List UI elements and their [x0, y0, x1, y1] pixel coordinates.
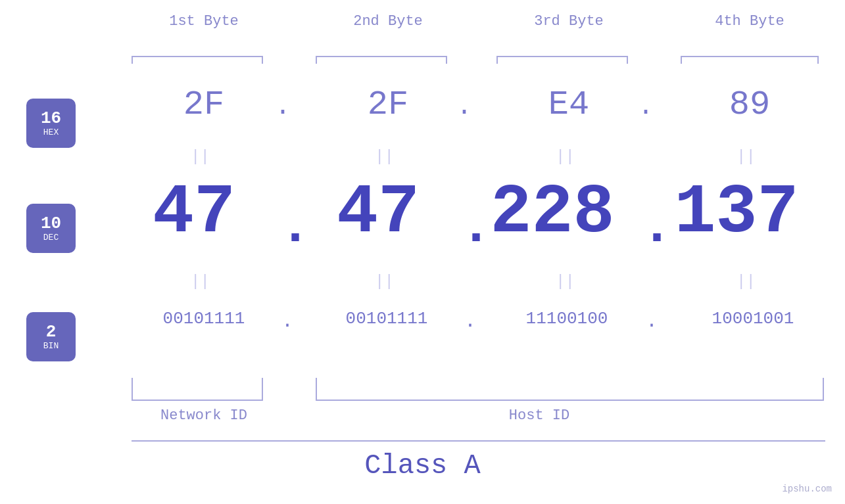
bracket-top-3-right-tick — [627, 56, 628, 64]
dot-dec-3: . — [641, 197, 673, 257]
byte3-header: 3rd Byte — [503, 13, 635, 30]
byte1-header: 1st Byte — [138, 13, 270, 30]
class-bracket — [132, 440, 825, 442]
hex-badge-number: 16 — [41, 109, 61, 128]
byte2-header: 2nd Byte — [322, 13, 454, 30]
bracket-top-4 — [681, 56, 819, 57]
dot-bin-1: . — [281, 310, 293, 332]
byte3-bin: 11100100 — [495, 309, 639, 329]
bracket-host-bottom — [316, 388, 824, 401]
bracket-top-1-left-tick — [132, 56, 133, 64]
bracket-top-4-left-tick — [681, 56, 682, 64]
byte3-hex: E4 — [503, 85, 635, 124]
watermark: ipshu.com — [782, 484, 832, 494]
bracket-top-1 — [132, 56, 263, 57]
byte4-dec: 137 — [651, 174, 822, 252]
dec-badge-label: DEC — [43, 233, 59, 242]
bracket-top-4-right-tick — [817, 56, 819, 64]
eq6: || — [375, 273, 394, 290]
eq7: || — [556, 273, 575, 290]
byte3-dec: 228 — [467, 174, 638, 252]
dot-dec-1: . — [279, 197, 311, 257]
host-id-label: Host ID — [408, 407, 671, 424]
dot-bin-2: . — [464, 310, 476, 332]
eq4: || — [736, 148, 756, 166]
bracket-net-bottom — [132, 388, 263, 401]
bracket-top-3 — [496, 56, 628, 57]
byte2-dec: 47 — [296, 174, 460, 252]
dot-hex-1: . — [275, 92, 291, 122]
dot-bin-3: . — [646, 310, 658, 332]
byte2-hex: 2F — [322, 85, 454, 124]
eq8: || — [736, 273, 756, 290]
dec-badge: 10 DEC — [26, 204, 76, 253]
bin-badge-label: BIN — [43, 341, 59, 351]
main-container: 1st Byte 2nd Byte 3rd Byte 4th Byte 16 H… — [0, 0, 845, 504]
bin-badge: 2 BIN — [26, 312, 76, 361]
byte4-bin: 10001001 — [677, 309, 829, 329]
dot-dec-2: . — [460, 197, 492, 257]
dot-hex-2: . — [456, 92, 472, 122]
byte2-bin: 00101111 — [314, 309, 459, 329]
byte1-dec: 47 — [112, 174, 276, 252]
eq3: || — [556, 148, 575, 166]
network-id-label: Network ID — [132, 407, 276, 424]
eq2: || — [375, 148, 394, 166]
byte1-hex: 2F — [138, 85, 270, 124]
eq1: || — [191, 148, 210, 166]
bracket-top-1-right-tick — [262, 56, 263, 64]
byte4-header: 4th Byte — [684, 13, 815, 30]
dot-hex-3: . — [638, 92, 654, 122]
class-label: Class A — [263, 450, 582, 482]
hex-badge-label: HEX — [43, 127, 59, 137]
hex-badge: 16 HEX — [26, 99, 76, 148]
bin-badge-number: 2 — [46, 323, 57, 342]
bracket-top-3-left-tick — [496, 56, 498, 64]
dec-badge-number: 10 — [41, 214, 61, 233]
bracket-top-2-left-tick — [316, 56, 317, 64]
eq5: || — [191, 273, 210, 290]
byte1-bin: 00101111 — [132, 309, 276, 329]
byte4-hex: 89 — [684, 85, 815, 124]
bracket-top-2 — [316, 56, 447, 57]
bracket-top-2-right-tick — [446, 56, 447, 64]
